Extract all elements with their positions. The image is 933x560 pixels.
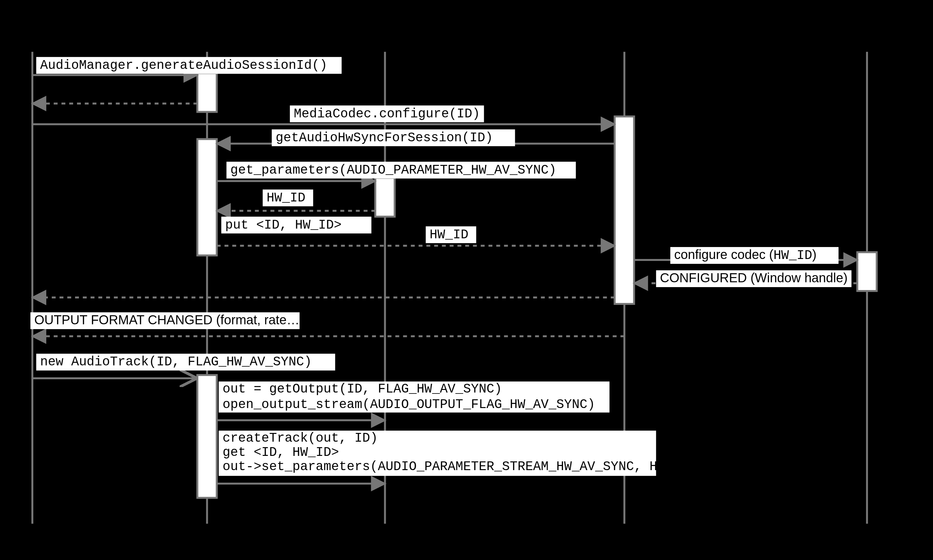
msg-mediacodec-configure-label: MediaCodec.configure(ID) (294, 107, 480, 121)
msg-get-output-label: out = getOutput(ID, FLAG_HW_AV_SYNC) (223, 382, 502, 396)
activation-audioflinger-3 (197, 375, 217, 498)
activation-audioflinger-2 (197, 139, 217, 255)
msg-create-track-label: createTrack(out, ID) (223, 431, 378, 446)
msg-hwid-to-mediacodec-label: HW_ID (430, 228, 469, 242)
msg-new-audiotrack-label: new AudioTrack(ID, FLAG_HW_AV_SYNC) (40, 355, 312, 369)
activation-tunnelhal (857, 252, 877, 291)
msg-get-id-hw-label: get <ID, HW_ID> (223, 445, 339, 460)
msg-configure-codec-label: configure codec (HW_ID) (674, 247, 816, 263)
sequence-diagram: AudioManager.generateAudioSessionId() Me… (0, 0, 933, 560)
msg-get-parameters-label: get_parameters(AUDIO_PARAMETER_HW_AV_SYN… (230, 163, 556, 177)
msg-open-output-stream-label: open_output_stream(AUDIO_OUTPUT_FLAG_HW_… (223, 397, 595, 412)
msg-set-parameters-label: out->set_parameters(AUDIO_PARAMETER_STRE… (223, 460, 696, 474)
msg-generate-session-id-label: AudioManager.generateAudioSessionId() (40, 58, 327, 73)
msg-get-hw-sync-label: getAudioHwSyncForSession(ID) (276, 131, 493, 145)
msg-output-format-changed-label: OUTPUT FORMAT CHANGED (format, rate…) (34, 313, 304, 327)
activation-audiohal (375, 178, 395, 217)
msg-hwid-return-label: HW_ID (267, 191, 305, 205)
msg-put-id-label: put <ID, HW_ID> (225, 218, 342, 232)
activation-mediacodec (615, 116, 634, 304)
activation-audioflinger-1 (197, 73, 217, 112)
msg-configured-label: CONFIGURED (Window handle) (660, 271, 848, 285)
